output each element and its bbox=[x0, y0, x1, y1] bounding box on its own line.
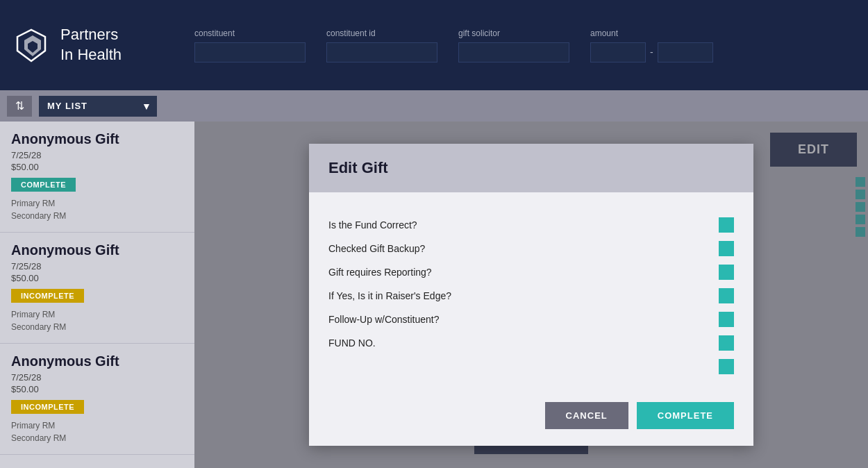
sort-button[interactable]: ⇅ bbox=[7, 96, 32, 117]
modal-row-label: FUND NO. bbox=[328, 337, 376, 349]
modal-row: Is the Fund Correct? bbox=[328, 213, 734, 237]
amount-input-2[interactable] bbox=[658, 42, 713, 62]
follow-up-checkbox[interactable] bbox=[719, 312, 734, 327]
logo-text: Partners In Health bbox=[60, 25, 122, 65]
list-item[interactable]: Anonymous Gift 7/25/28 $50.00 INCOMPLETE… bbox=[0, 233, 194, 344]
main-content: Anonymous Gift 7/25/28 $50.00 COMPLETE P… bbox=[0, 122, 868, 468]
gift-title: Anonymous Gift bbox=[11, 353, 183, 369]
extra-checkbox[interactable] bbox=[719, 359, 734, 374]
gift-date: 7/25/28 bbox=[11, 372, 183, 383]
list-item[interactable]: Anonymous Gift 7/25/28 $50.00 COMPLETE P… bbox=[0, 122, 194, 233]
modal-row: Follow-Up w/Constituent? bbox=[328, 308, 734, 331]
amount-label: amount bbox=[590, 28, 713, 38]
secondary-rm: Secondary RM bbox=[11, 432, 183, 444]
header: Partners In Health constituent constitue… bbox=[0, 0, 868, 90]
primary-rm: Primary RM bbox=[11, 308, 183, 321]
constituent-field: constituent bbox=[194, 28, 306, 62]
modal-row-label: Follow-Up w/Constituent? bbox=[328, 314, 440, 325]
gift-rm: Primary RM Secondary RM bbox=[11, 419, 183, 444]
sidebar: Anonymous Gift 7/25/28 $50.00 COMPLETE P… bbox=[0, 122, 194, 468]
gift-reporting-checkbox[interactable] bbox=[719, 265, 734, 280]
gift-solicitor-input[interactable] bbox=[458, 42, 569, 62]
gift-rm: Primary RM Secondary RM bbox=[11, 197, 183, 222]
modal-actions: CANCEL COMPLETE bbox=[328, 395, 734, 429]
fund-no-checkbox[interactable] bbox=[719, 335, 734, 351]
gift-date: 7/25/28 bbox=[11, 150, 183, 160]
toolbar: ⇅ MY LIST ▼ bbox=[0, 90, 868, 122]
gift-title: Anonymous Gift bbox=[11, 242, 183, 258]
constituent-id-input[interactable] bbox=[326, 42, 437, 62]
logo-icon bbox=[14, 26, 52, 65]
gift-solicitor-field: gift solicitor bbox=[458, 28, 569, 62]
secondary-rm: Secondary RM bbox=[11, 210, 183, 222]
modal-row-label: Is the Fund Correct? bbox=[328, 219, 417, 231]
constituent-id-field: constituent id bbox=[326, 28, 437, 62]
amount-input-1[interactable] bbox=[590, 42, 646, 62]
right-panel: EDIT EMAIL DEVOPS Edit Gift Is the Fund … bbox=[194, 122, 868, 468]
modal-row-label: Gift requires Reporting? bbox=[328, 267, 432, 278]
modal-header: Edit Gift bbox=[309, 144, 753, 192]
status-badge: INCOMPLETE bbox=[11, 400, 84, 414]
amount-dash: - bbox=[650, 47, 653, 58]
modal-overlay: Edit Gift Is the Fund Correct? Checked G… bbox=[194, 122, 868, 468]
status-badge: COMPLETE bbox=[11, 178, 76, 192]
gift-amount: $50.00 bbox=[11, 273, 183, 283]
modal-row-label: If Yes, Is it in Raiser's Edge? bbox=[328, 290, 451, 301]
modal-row: If Yes, Is it in Raiser's Edge? bbox=[328, 284, 734, 308]
gift-amount: $50.00 bbox=[11, 384, 183, 394]
gift-title: Anonymous Gift bbox=[11, 131, 183, 147]
list-item[interactable]: Anonymous Gift 7/25/28 $50.00 INCOMPLETE… bbox=[0, 344, 194, 455]
gift-date: 7/25/28 bbox=[11, 261, 183, 271]
dropdown-arrow-button[interactable]: ▼ bbox=[136, 96, 157, 117]
status-badge: INCOMPLETE bbox=[11, 289, 84, 303]
header-fields: constituent constituent id gift solicito… bbox=[194, 28, 854, 62]
cancel-button[interactable]: CANCEL bbox=[545, 402, 628, 429]
complete-button[interactable]: COMPLETE bbox=[637, 402, 734, 429]
constituent-input[interactable] bbox=[194, 42, 306, 62]
raisers-edge-checkbox[interactable] bbox=[719, 288, 734, 303]
gift-backup-checkbox[interactable] bbox=[719, 241, 734, 256]
list-dropdown-label: MY LIST bbox=[39, 96, 136, 117]
modal-row-label: Checked Gift Backup? bbox=[328, 243, 425, 254]
modal-row: Gift requires Reporting? bbox=[328, 260, 734, 284]
modal-body: Is the Fund Correct? Checked Gift Backup… bbox=[309, 192, 753, 446]
modal: Edit Gift Is the Fund Correct? Checked G… bbox=[309, 144, 753, 446]
modal-row: FUND NO. bbox=[328, 331, 734, 355]
constituent-id-label: constituent id bbox=[326, 28, 437, 38]
gift-amount: $50.00 bbox=[11, 162, 183, 172]
amount-group: - bbox=[590, 42, 713, 62]
modal-row: Checked Gift Backup? bbox=[328, 237, 734, 260]
secondary-rm: Secondary RM bbox=[11, 321, 183, 333]
primary-rm: Primary RM bbox=[11, 197, 183, 210]
gift-rm: Primary RM Secondary RM bbox=[11, 308, 183, 333]
amount-field: amount - bbox=[590, 28, 713, 62]
constituent-label: constituent bbox=[194, 28, 306, 38]
modal-row bbox=[328, 355, 734, 378]
logo-area: Partners In Health bbox=[14, 25, 153, 65]
gift-solicitor-label: gift solicitor bbox=[458, 28, 569, 38]
fund-correct-checkbox[interactable] bbox=[719, 217, 734, 233]
primary-rm: Primary RM bbox=[11, 419, 183, 432]
